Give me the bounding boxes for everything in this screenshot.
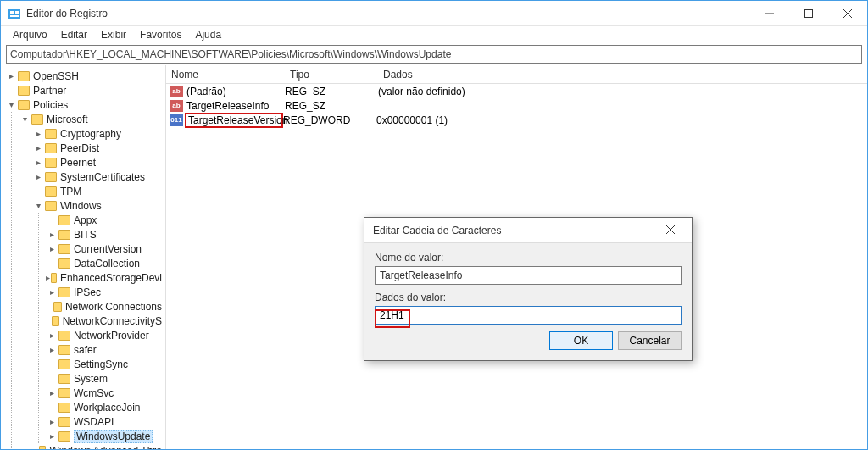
registry-value-row[interactable]: 011TargetReleaseVersionREG_DWORD0x000000… [166, 113, 867, 127]
menu-favoritos[interactable]: Favoritos [133, 27, 188, 42]
chevron-right-icon[interactable]: ▸ [45, 388, 58, 397]
tree-item[interactable]: ▸EnhancedStorageDevi [45, 270, 165, 285]
chevron-right-icon[interactable]: ▸ [45, 287, 58, 297]
tree-item[interactable]: System [45, 371, 165, 386]
column-type[interactable]: Tipo [285, 69, 378, 81]
close-button[interactable] [828, 1, 867, 25]
chevron-right-icon[interactable]: ▸ [45, 345, 58, 354]
tree-item[interactable]: ▸PeerDist [31, 141, 165, 155]
address-bar[interactable]: Computador\HKEY_LOCAL_MACHINE\SOFTWARE\P… [6, 45, 862, 64]
value-data-input[interactable] [375, 306, 682, 325]
folder-icon [45, 129, 57, 139]
tree-item-label: NetworkConnectivityS [63, 315, 165, 327]
chevron-right-icon[interactable]: ▸ [45, 331, 58, 340]
svg-rect-2 [15, 11, 19, 14]
folder-icon [58, 374, 70, 384]
tree-item[interactable]: ▸NetworkProvider [45, 328, 165, 342]
cancel-button[interactable]: Cancelar [618, 331, 682, 350]
chevron-down-icon[interactable]: ▾ [31, 201, 45, 210]
tree-item[interactable]: ▸SystemCertificates [31, 169, 165, 184]
minimize-button[interactable] [750, 1, 789, 25]
tree-item[interactable]: ▸Windows Advanced Thre [31, 443, 165, 449]
folder-icon [58, 345, 70, 355]
menu-editar[interactable]: Editar [54, 27, 94, 42]
folder-icon [58, 388, 70, 398]
tree-pane[interactable]: ▸OpenSSHPartner▾Policies▾Microsoft▸Crypt… [1, 65, 166, 449]
folder-icon [58, 287, 70, 297]
chevron-right-icon[interactable]: ▸ [31, 143, 45, 153]
tree-item[interactable]: Partner [4, 83, 165, 97]
registry-value-row[interactable]: abTargetReleaseInfoREG_SZ [166, 98, 867, 113]
tree-item-label: Network Connections [65, 301, 165, 313]
tree-item[interactable]: Appx [45, 213, 165, 227]
chevron-right-icon[interactable]: ▸ [45, 230, 58, 239]
tree-item[interactable]: ▸IPSec [45, 285, 165, 299]
value-name: TargetReleaseInfo [186, 100, 285, 112]
tree-item[interactable]: ▾Policies [4, 97, 165, 112]
tree-item[interactable]: SettingSync [45, 357, 165, 371]
dialog-close-button[interactable] [658, 225, 683, 236]
highlight-annotation [375, 309, 410, 328]
folder-icon [45, 143, 57, 153]
column-name[interactable]: Nome [166, 69, 285, 81]
chevron-right-icon[interactable]: ▸ [45, 431, 58, 441]
maximize-button[interactable] [789, 1, 828, 25]
chevron-right-icon[interactable]: ▸ [45, 244, 58, 253]
column-data[interactable]: Dados [378, 69, 867, 81]
value-type: REG_DWORD [283, 114, 376, 126]
value-data: 0x00000001 (1) [376, 114, 867, 126]
chevron-right-icon[interactable]: ▸ [45, 273, 51, 282]
tree-item[interactable]: Network Connections [45, 299, 165, 314]
folder-icon [39, 446, 47, 450]
folder-icon [53, 302, 62, 312]
tree-item-label: Windows Advanced Thre [49, 445, 165, 450]
tree-item[interactable]: ▸WSDAPI [45, 414, 165, 429]
chevron-right-icon[interactable]: ▸ [31, 446, 39, 449]
value-name: TargetReleaseVersion [185, 113, 283, 128]
tree-item[interactable]: ▸CurrentVersion [45, 242, 165, 256]
tree-item-label: SettingSync [74, 358, 131, 370]
folder-icon [18, 71, 30, 81]
tree-item[interactable]: NetworkConnectivityS [45, 314, 165, 328]
folder-icon [45, 172, 57, 182]
chevron-down-icon[interactable]: ▾ [4, 100, 18, 109]
tree-item-label: safer [74, 344, 100, 356]
tree-item-label: NetworkProvider [74, 330, 153, 342]
window-controls [750, 1, 867, 25]
folder-icon [18, 86, 30, 96]
tree-item[interactable]: ▸BITS [45, 227, 165, 242]
dialog-titlebar: Editar Cadeia de Caracteres [364, 218, 692, 243]
tree-item[interactable]: ▸WindowsUpdate [45, 429, 165, 443]
tree-item[interactable]: TPM [31, 184, 165, 198]
registry-value-row[interactable]: ab(Padrão)REG_SZ(valor não definido) [166, 84, 867, 98]
menu-exibir[interactable]: Exibir [94, 27, 133, 42]
chevron-right-icon[interactable]: ▸ [31, 129, 45, 138]
tree-item-label: System [74, 373, 111, 385]
tree-item-label: IPSec [74, 286, 104, 298]
tree-item[interactable]: DataCollection [45, 256, 165, 270]
tree-item-label: Policies [33, 99, 71, 111]
chevron-right-icon[interactable]: ▸ [4, 71, 18, 81]
tree-item[interactable]: ▸Peernet [31, 155, 165, 169]
registry-editor-window: Editor do Registro Arquivo Editar Exibir… [0, 0, 868, 450]
tree-item[interactable]: ▾Windows [31, 198, 165, 213]
folder-icon [45, 186, 57, 197]
menu-arquivo[interactable]: Arquivo [6, 27, 54, 42]
chevron-right-icon[interactable]: ▸ [31, 158, 45, 167]
tree-item[interactable]: ▸WcmSvc [45, 386, 165, 400]
folder-icon [31, 114, 43, 125]
chevron-down-icon[interactable]: ▾ [18, 114, 31, 124]
folder-icon [58, 230, 70, 240]
tree-item[interactable]: WorkplaceJoin [45, 400, 165, 414]
folder-icon [58, 258, 70, 269]
menu-ajuda[interactable]: Ajuda [188, 27, 228, 42]
ok-button[interactable]: OK [549, 331, 613, 350]
tree-item[interactable]: ▸safer [45, 342, 165, 357]
tree-item[interactable]: ▸OpenSSH [4, 69, 165, 83]
edit-string-dialog: Editar Cadeia de Caracteres Nome do valo… [364, 217, 693, 361]
chevron-right-icon[interactable]: ▸ [45, 417, 58, 426]
tree-item[interactable]: ▾Microsoft [18, 112, 165, 126]
tree-item-label: Partner [33, 85, 70, 97]
tree-item[interactable]: ▸Cryptography [31, 126, 165, 141]
chevron-right-icon[interactable]: ▸ [31, 172, 45, 181]
